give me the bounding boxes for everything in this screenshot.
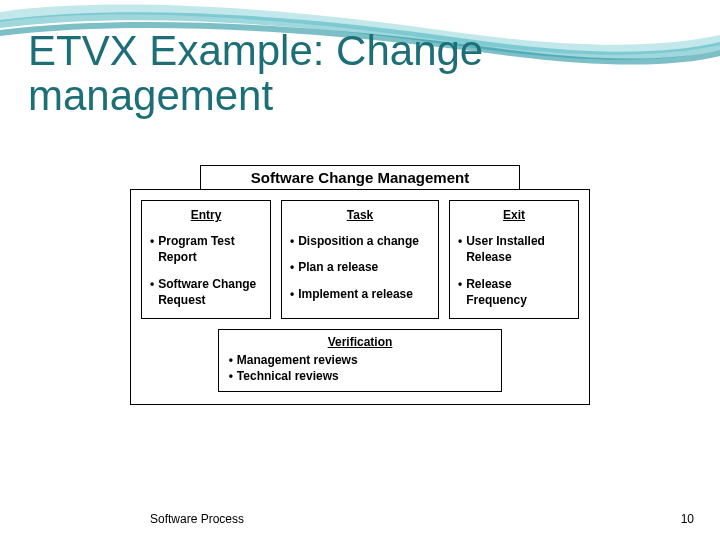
footer-text: Software Process [150, 512, 244, 526]
verification-item: •Management reviews [229, 352, 492, 368]
entry-item: •Program Test Report [150, 233, 262, 265]
exit-heading: Exit [458, 207, 570, 223]
verification-box: Verification •Management reviews •Techni… [218, 329, 503, 392]
exit-item: •Release Frequency [458, 276, 570, 308]
task-item-text: Disposition a change [298, 233, 419, 249]
slide-number: 10 [681, 512, 694, 526]
verification-item-text: Technical reviews [237, 368, 339, 384]
entry-item-text: Program Test Report [158, 233, 262, 265]
entry-item: •Software Change Request [150, 276, 262, 308]
slide-title: ETVX Example: Change management [28, 28, 680, 119]
exit-column: Exit •User Installed Release •Release Fr… [449, 200, 579, 319]
task-item-text: Plan a release [298, 259, 378, 275]
exit-item: •User Installed Release [458, 233, 570, 265]
task-item: •Plan a release [290, 259, 430, 275]
verification-item-text: Management reviews [237, 352, 358, 368]
verification-item: •Technical reviews [229, 368, 492, 384]
etvx-diagram: Software Change Management Entry •Progra… [130, 165, 590, 405]
entry-heading: Entry [150, 207, 262, 223]
exit-item-text: Release Frequency [466, 276, 570, 308]
task-heading: Task [290, 207, 430, 223]
slide: ETVX Example: Change management Software… [0, 0, 720, 540]
diagram-body: Entry •Program Test Report •Software Cha… [130, 189, 590, 405]
exit-item-text: User Installed Release [466, 233, 570, 265]
entry-column: Entry •Program Test Report •Software Cha… [141, 200, 271, 319]
task-item-text: Implement a release [298, 286, 413, 302]
diagram-columns-row: Entry •Program Test Report •Software Cha… [141, 200, 579, 319]
diagram-header: Software Change Management [200, 165, 520, 190]
task-item: •Disposition a change [290, 233, 430, 249]
task-column: Task •Disposition a change •Plan a relea… [281, 200, 439, 319]
entry-item-text: Software Change Request [158, 276, 262, 308]
task-item: •Implement a release [290, 286, 430, 302]
verification-heading: Verification [229, 334, 492, 350]
